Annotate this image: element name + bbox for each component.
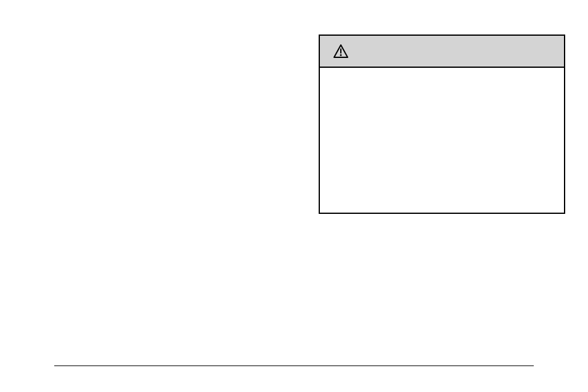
caution-header: [320, 36, 564, 68]
svg-point-2: [340, 54, 342, 56]
document-page: [0, 0, 588, 392]
footer-rule: [54, 365, 534, 366]
warning-icon: [333, 44, 348, 58]
caution-body-text: [320, 68, 564, 213]
caution-box: [319, 35, 565, 214]
